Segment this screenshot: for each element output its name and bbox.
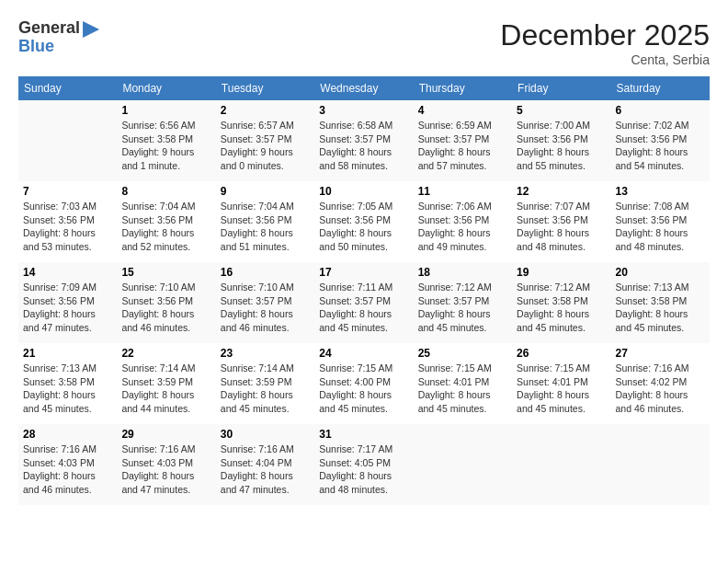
day-number: 9 <box>221 185 310 198</box>
day-info: Sunrise: 6:57 AMSunset: 3:57 PMDaylight:… <box>221 119 310 173</box>
day-number: 10 <box>319 185 408 198</box>
calendar-cell <box>611 424 710 505</box>
day-number: 22 <box>121 347 210 360</box>
day-number: 7 <box>23 185 112 198</box>
day-info: Sunrise: 7:16 AMSunset: 4:03 PMDaylight:… <box>23 442 112 497</box>
day-info: Sunrise: 7:10 AMSunset: 3:57 PMDaylight:… <box>221 281 310 335</box>
calendar-cell: 20Sunrise: 7:13 AMSunset: 3:58 PMDayligh… <box>611 262 710 343</box>
day-number: 15 <box>121 266 210 279</box>
day-info: Sunrise: 6:58 AMSunset: 3:57 PMDaylight:… <box>319 119 408 173</box>
calendar-week-row: 21Sunrise: 7:13 AMSunset: 3:58 PMDayligh… <box>18 343 710 424</box>
day-number: 4 <box>418 104 507 117</box>
day-info: Sunrise: 7:14 AMSunset: 3:59 PMDaylight:… <box>221 362 310 416</box>
logo-general: General <box>18 19 80 38</box>
month-year-title: December 2025 <box>500 18 710 52</box>
day-info: Sunrise: 7:07 AMSunset: 3:56 PMDaylight:… <box>517 200 606 254</box>
calendar-cell: 15Sunrise: 7:10 AMSunset: 3:56 PMDayligh… <box>117 262 215 343</box>
day-info: Sunrise: 7:13 AMSunset: 3:58 PMDaylight:… <box>23 362 112 416</box>
day-info: Sunrise: 7:09 AMSunset: 3:56 PMDaylight:… <box>23 281 112 335</box>
day-number: 19 <box>517 266 606 279</box>
day-number: 29 <box>121 428 210 441</box>
calendar-cell: 28Sunrise: 7:16 AMSunset: 4:03 PMDayligh… <box>18 424 117 505</box>
calendar-cell: 5Sunrise: 7:00 AMSunset: 3:56 PMDaylight… <box>512 100 610 181</box>
calendar-cell: 10Sunrise: 7:05 AMSunset: 3:56 PMDayligh… <box>314 181 413 262</box>
day-info: Sunrise: 7:16 AMSunset: 4:02 PMDaylight:… <box>616 362 705 416</box>
calendar-cell: 31Sunrise: 7:17 AMSunset: 4:05 PMDayligh… <box>314 424 413 505</box>
day-info: Sunrise: 7:04 AMSunset: 3:56 PMDaylight:… <box>121 200 210 254</box>
calendar-cell: 18Sunrise: 7:12 AMSunset: 3:57 PMDayligh… <box>414 262 512 343</box>
day-info: Sunrise: 6:59 AMSunset: 3:57 PMDaylight:… <box>418 119 507 173</box>
calendar-cell: 25Sunrise: 7:15 AMSunset: 4:01 PMDayligh… <box>414 343 512 424</box>
day-number: 30 <box>221 428 310 441</box>
page-header: General Blue December 2025 Centa, Serbia <box>18 18 710 67</box>
calendar-week-row: 7Sunrise: 7:03 AMSunset: 3:56 PMDaylight… <box>18 181 710 262</box>
calendar-week-row: 1Sunrise: 6:56 AMSunset: 3:58 PMDaylight… <box>18 100 710 181</box>
day-info: Sunrise: 7:16 AMSunset: 4:03 PMDaylight:… <box>121 442 210 497</box>
day-number: 1 <box>121 104 210 117</box>
calendar-cell <box>18 100 117 181</box>
calendar-cell: 9Sunrise: 7:04 AMSunset: 3:56 PMDaylight… <box>216 181 314 262</box>
day-number: 12 <box>517 185 606 198</box>
day-number: 20 <box>616 266 705 279</box>
calendar-cell: 11Sunrise: 7:06 AMSunset: 3:56 PMDayligh… <box>414 181 512 262</box>
day-number: 23 <box>221 347 310 360</box>
day-number: 18 <box>418 266 507 279</box>
header-thursday: Thursday <box>414 76 512 100</box>
day-info: Sunrise: 7:15 AMSunset: 4:00 PMDaylight:… <box>319 362 408 416</box>
day-info: Sunrise: 7:11 AMSunset: 3:57 PMDaylight:… <box>319 281 408 335</box>
header-monday: Monday <box>117 76 215 100</box>
calendar-cell: 4Sunrise: 6:59 AMSunset: 3:57 PMDaylight… <box>414 100 512 181</box>
day-number: 2 <box>221 104 310 117</box>
calendar-cell: 7Sunrise: 7:03 AMSunset: 3:56 PMDaylight… <box>18 181 117 262</box>
header-wednesday: Wednesday <box>314 76 413 100</box>
calendar-week-row: 28Sunrise: 7:16 AMSunset: 4:03 PMDayligh… <box>18 424 710 505</box>
calendar-cell: 2Sunrise: 6:57 AMSunset: 3:57 PMDaylight… <box>216 100 314 181</box>
calendar-cell: 26Sunrise: 7:15 AMSunset: 4:01 PMDayligh… <box>512 343 610 424</box>
day-info: Sunrise: 7:14 AMSunset: 3:59 PMDaylight:… <box>121 362 210 416</box>
day-info: Sunrise: 7:15 AMSunset: 4:01 PMDaylight:… <box>517 362 606 416</box>
day-number: 28 <box>23 428 112 441</box>
day-number: 17 <box>319 266 408 279</box>
day-number: 24 <box>319 347 408 360</box>
title-section: December 2025 Centa, Serbia <box>500 18 710 67</box>
day-info: Sunrise: 7:03 AMSunset: 3:56 PMDaylight:… <box>23 200 112 254</box>
calendar-cell: 8Sunrise: 7:04 AMSunset: 3:56 PMDaylight… <box>117 181 215 262</box>
calendar-cell: 6Sunrise: 7:02 AMSunset: 3:56 PMDaylight… <box>611 100 710 181</box>
calendar-cell: 21Sunrise: 7:13 AMSunset: 3:58 PMDayligh… <box>18 343 117 424</box>
day-info: Sunrise: 7:15 AMSunset: 4:01 PMDaylight:… <box>418 362 507 416</box>
day-info: Sunrise: 7:17 AMSunset: 4:05 PMDaylight:… <box>319 442 408 497</box>
calendar-cell: 13Sunrise: 7:08 AMSunset: 3:56 PMDayligh… <box>611 181 710 262</box>
calendar-week-row: 14Sunrise: 7:09 AMSunset: 3:56 PMDayligh… <box>18 262 710 343</box>
day-info: Sunrise: 7:06 AMSunset: 3:56 PMDaylight:… <box>418 200 507 254</box>
calendar-cell: 24Sunrise: 7:15 AMSunset: 4:00 PMDayligh… <box>314 343 413 424</box>
calendar-cell: 23Sunrise: 7:14 AMSunset: 3:59 PMDayligh… <box>216 343 314 424</box>
calendar-cell: 19Sunrise: 7:12 AMSunset: 3:58 PMDayligh… <box>512 262 610 343</box>
calendar-cell: 1Sunrise: 6:56 AMSunset: 3:58 PMDaylight… <box>117 100 215 181</box>
calendar-cell: 12Sunrise: 7:07 AMSunset: 3:56 PMDayligh… <box>512 181 610 262</box>
header-friday: Friday <box>512 76 610 100</box>
day-info: Sunrise: 7:02 AMSunset: 3:56 PMDaylight:… <box>616 119 705 173</box>
day-number: 13 <box>616 185 705 198</box>
calendar-cell: 16Sunrise: 7:10 AMSunset: 3:57 PMDayligh… <box>216 262 314 343</box>
day-number: 27 <box>616 347 705 360</box>
day-number: 25 <box>418 347 507 360</box>
day-number: 5 <box>517 104 606 117</box>
day-number: 31 <box>319 428 408 441</box>
day-info: Sunrise: 7:12 AMSunset: 3:58 PMDaylight:… <box>517 281 606 335</box>
calendar-cell <box>414 424 512 505</box>
day-info: Sunrise: 7:05 AMSunset: 3:56 PMDaylight:… <box>319 200 408 254</box>
day-number: 3 <box>319 104 408 117</box>
calendar-cell: 14Sunrise: 7:09 AMSunset: 3:56 PMDayligh… <box>18 262 117 343</box>
day-number: 6 <box>616 104 705 117</box>
logo: General Blue <box>18 18 99 56</box>
day-info: Sunrise: 6:56 AMSunset: 3:58 PMDaylight:… <box>121 119 210 173</box>
calendar-cell: 22Sunrise: 7:14 AMSunset: 3:59 PMDayligh… <box>117 343 215 424</box>
day-info: Sunrise: 7:16 AMSunset: 4:04 PMDaylight:… <box>221 442 310 497</box>
calendar-cell: 29Sunrise: 7:16 AMSunset: 4:03 PMDayligh… <box>117 424 215 505</box>
day-info: Sunrise: 7:04 AMSunset: 3:56 PMDaylight:… <box>221 200 310 254</box>
day-info: Sunrise: 7:08 AMSunset: 3:56 PMDaylight:… <box>616 200 705 254</box>
calendar-cell <box>512 424 610 505</box>
day-info: Sunrise: 7:00 AMSunset: 3:56 PMDaylight:… <box>517 119 606 173</box>
header-sunday: Sunday <box>18 76 117 100</box>
calendar-cell: 17Sunrise: 7:11 AMSunset: 3:57 PMDayligh… <box>314 262 413 343</box>
